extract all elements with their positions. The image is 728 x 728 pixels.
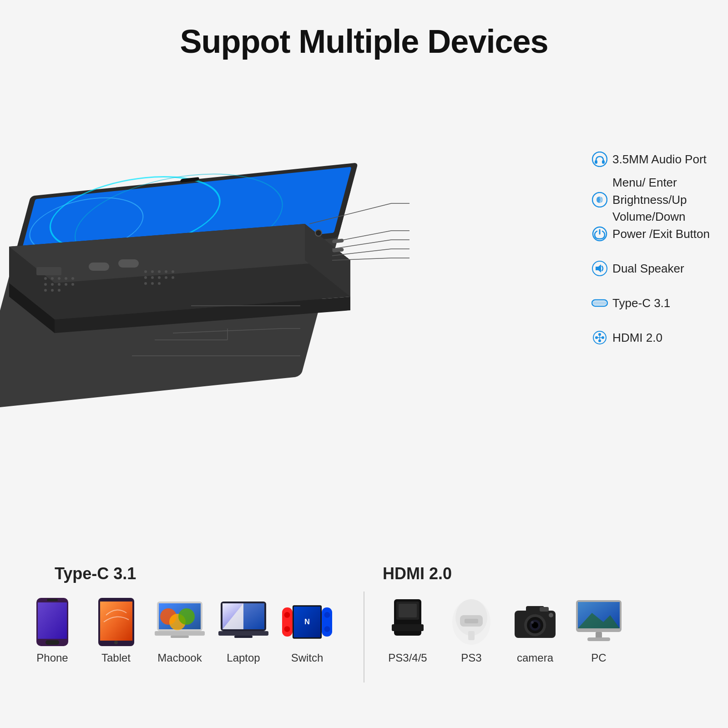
svg-point-110 [324,612,330,618]
power-icon [592,226,608,242]
typec-device-list: Phone Tablet [27,597,332,664]
svg-point-23 [58,289,61,292]
label-brightness: Brightness/Up [592,192,710,208]
device-item-pc: PC [574,597,624,664]
speaker-text: Dual Speaker [612,262,684,276]
svg-point-36 [158,282,161,285]
svg-rect-80 [38,602,67,639]
svg-rect-101 [234,636,253,638]
device-item-ps3: PS3 [446,597,496,664]
svg-point-86 [114,641,118,644]
svg-point-32 [165,276,167,279]
svg-point-35 [151,282,154,285]
label-hdmi: HDMI 2.0 [592,329,710,346]
svg-rect-81 [46,640,59,645]
label-audio-port: 3.5MM Audio Port [592,151,710,167]
svg-point-126 [531,621,534,624]
monitor-section: 3.5MM Audio Port Menu/ Enter Brightness/… [0,69,728,424]
svg-rect-119 [465,619,478,623]
svg-marker-98 [243,603,264,629]
speaker-icon [592,260,608,277]
svg-text:N: N [304,617,310,626]
svg-point-15 [71,277,74,280]
feature-labels: 3.5MM Audio Port Menu/ Enter Brightness/… [592,151,710,349]
svg-rect-37 [89,263,109,271]
macbook-label: Macbook [157,652,202,664]
svg-point-33 [172,276,174,279]
monitor-illustration [0,69,410,424]
typec-text: Type-C 3.1 [612,296,670,310]
svg-rect-102 [282,607,293,637]
svg-point-12 [51,277,54,280]
macbook-icon-box [155,597,205,647]
menu-enter-text: Menu/ Enter [612,176,677,190]
hdmi-device-list: PS3/4/5 PS3 [383,597,624,664]
svg-point-21 [44,289,47,292]
volume-text: Volume/Down [612,210,685,224]
brightness-icon [592,192,608,208]
svg-point-92 [178,608,195,625]
audio-port-text: 3.5MM Audio Port [612,152,707,167]
page-title: Suppot Multiple Devices [0,0,728,60]
pc-label: PC [591,652,606,664]
svg-rect-70 [593,301,607,305]
device-item-camera: camera [510,597,560,664]
typec-group-title: Type-C 3.1 [55,564,136,583]
label-speaker: Dual Speaker [592,260,710,277]
svg-point-30 [151,276,154,279]
svg-rect-114 [399,604,417,617]
svg-point-31 [158,276,161,279]
switch-label: Switch [291,652,324,664]
svg-point-103 [284,612,290,618]
ps345-label: PS3/4/5 [388,652,427,664]
svg-rect-64 [602,160,605,164]
svg-marker-68 [596,264,601,273]
ps3-label: PS3 [461,652,481,664]
svg-rect-109 [322,607,332,637]
svg-point-62 [592,152,607,167]
power-text: Power /Exit Button [612,227,710,241]
hdmi-device-group: HDMI 2.0 PS3/4/5 [383,564,701,664]
svg-point-17 [51,283,54,286]
svg-point-20 [71,283,74,286]
svg-point-14 [65,277,67,280]
svg-point-29 [144,276,147,279]
svg-line-46 [332,231,391,242]
svg-point-104 [284,626,290,632]
label-volume: Volume/Down [612,210,710,224]
brightness-text: Brightness/Up [612,193,687,207]
svg-rect-39 [36,267,61,275]
svg-point-28 [172,270,174,273]
phone-label: Phone [36,652,68,664]
svg-point-43 [315,230,322,236]
laptop-icon-box [218,597,268,647]
svg-point-18 [58,283,61,286]
hdmi-group-title: HDMI 2.0 [383,564,452,583]
ps345-icon-box [383,597,433,647]
label-power: Power /Exit Button [592,226,710,242]
svg-rect-38 [118,259,139,268]
svg-point-34 [144,282,147,285]
svg-rect-134 [596,632,602,638]
svg-rect-120 [468,631,475,640]
svg-point-11 [44,277,47,280]
camera-icon-box [510,597,560,647]
svg-point-19 [65,283,67,286]
svg-point-26 [158,270,161,273]
svg-point-25 [151,270,154,273]
svg-rect-82 [47,599,58,601]
svg-rect-94 [171,636,189,638]
svg-point-22 [51,289,54,292]
svg-point-13 [58,277,61,280]
svg-rect-100 [218,631,268,636]
typec-device-group: Type-C 3.1 Phone [27,564,345,664]
svg-point-111 [324,626,330,632]
label-menu-enter: Menu/ Enter [612,176,710,190]
devices-section: Type-C 3.1 Phone [0,555,728,728]
device-item-switch: N Switch [282,597,332,664]
svg-point-27 [165,270,167,273]
phone-icon-box [27,597,77,647]
svg-rect-63 [595,160,597,164]
svg-rect-135 [587,637,610,641]
tablet-label: Tablet [101,652,131,664]
